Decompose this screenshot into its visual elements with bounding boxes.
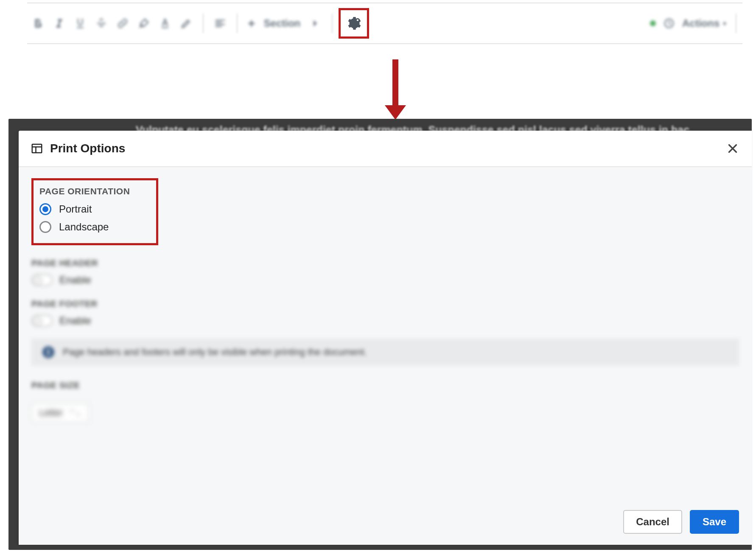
svg-rect-3	[32, 144, 42, 153]
page-size-group: PAGE SIZE Letter ⌃⌄	[31, 380, 739, 423]
page-footer-toggle-row[interactable]: Enable	[31, 315, 739, 327]
orientation-option-portrait[interactable]: Portrait	[39, 203, 130, 215]
print-options-modal: Print Options PAGE ORIENTATION Portrait …	[19, 131, 752, 545]
bold-icon[interactable]	[31, 14, 44, 33]
status-dot-icon	[650, 20, 656, 26]
link-icon[interactable]	[116, 14, 129, 33]
page-footer-label: PAGE FOOTER	[31, 299, 739, 309]
editor-toolbar: + Section Actions▾	[27, 3, 742, 44]
section-dropdown[interactable]: Section	[264, 14, 301, 33]
toggle-icon	[31, 274, 53, 286]
cancel-label: Cancel	[636, 516, 669, 528]
toggle-label: Enable	[59, 274, 91, 286]
svg-point-1	[357, 19, 358, 21]
toolbar-separator	[203, 14, 204, 33]
toolbar-separator	[736, 14, 736, 33]
italic-icon[interactable]	[53, 14, 65, 33]
orientation-label: PAGE ORIENTATION	[39, 186, 130, 196]
annotation-arrow	[392, 59, 398, 106]
radio-icon	[39, 203, 51, 215]
modal-backdrop: Vulputate eu scelerisque felis imperdiet…	[8, 119, 752, 550]
info-banner: Page headers and footers will only be vi…	[31, 339, 739, 366]
page-header-group: PAGE HEADER Enable	[31, 258, 739, 286]
underline-icon[interactable]	[74, 14, 87, 33]
radio-label: Landscape	[59, 221, 109, 233]
actions-label: Actions	[682, 17, 720, 29]
page-header-toggle-row[interactable]: Enable	[31, 274, 739, 286]
modal-title: Print Options	[50, 142, 125, 155]
actions-dropdown[interactable]: Actions▾	[682, 14, 726, 33]
stage: + Section Actions▾ Vulputate eu sceleris…	[0, 0, 756, 552]
toggle-icon	[31, 315, 53, 327]
page-header-label: PAGE HEADER	[31, 258, 739, 268]
strike-icon[interactable]	[95, 14, 108, 33]
align-icon[interactable]	[214, 14, 227, 33]
info-icon	[42, 346, 54, 358]
page-footer-group: PAGE FOOTER Enable	[31, 299, 739, 327]
save-label: Save	[703, 516, 726, 528]
page-size-label: PAGE SIZE	[31, 380, 739, 390]
modal-footer: Cancel Save	[19, 499, 752, 545]
page-orientation-group: PAGE ORIENTATION Portrait Landscape	[31, 178, 158, 245]
toggle-label: Enable	[59, 315, 91, 327]
radio-icon	[39, 221, 51, 233]
toolbar-right: Actions▾	[647, 14, 742, 33]
page-size-select[interactable]: Letter ⌃⌄	[31, 403, 89, 423]
info-text: Page headers and footers will only be vi…	[63, 347, 367, 358]
save-button[interactable]: Save	[690, 510, 739, 534]
layout-icon	[31, 142, 43, 155]
section-label: Section	[264, 17, 301, 29]
chevron-right-icon[interactable]	[309, 14, 322, 33]
toolbar-separator	[332, 14, 333, 33]
toolbar-separator	[237, 14, 238, 33]
clear-icon[interactable]	[137, 14, 150, 33]
modal-body: PAGE ORIENTATION Portrait Landscape PAGE…	[19, 167, 752, 499]
highlight-icon[interactable]	[180, 14, 193, 33]
history-icon[interactable]	[663, 14, 675, 33]
chevron-down-icon: ⌃⌄	[69, 408, 81, 418]
print-options-button[interactable]	[339, 8, 369, 39]
toolbar-row: + Section Actions▾	[27, 3, 742, 43]
orientation-option-landscape[interactable]: Landscape	[39, 221, 130, 233]
cancel-button[interactable]: Cancel	[623, 510, 682, 534]
radio-label: Portrait	[59, 203, 92, 215]
close-button[interactable]	[725, 141, 740, 156]
modal-header: Print Options	[19, 131, 752, 167]
page-size-value: Letter	[39, 407, 63, 418]
text-color-icon[interactable]	[159, 14, 171, 33]
add-section-icon[interactable]: +	[248, 14, 255, 33]
